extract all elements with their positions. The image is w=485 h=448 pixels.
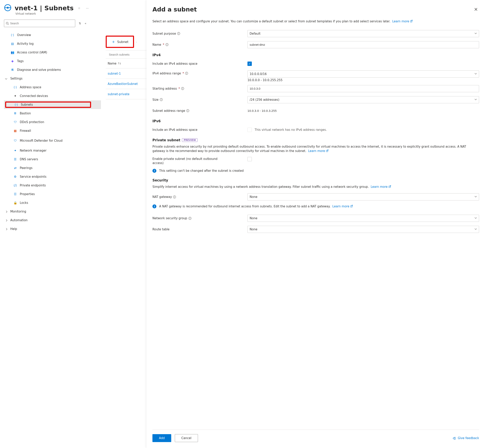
nat-gateway-select[interactable]: None	[247, 193, 479, 200]
bastion-icon: ⛨	[13, 112, 17, 115]
add-button[interactable]: Add	[153, 434, 171, 442]
dns-icon: ☰	[13, 158, 17, 161]
flyout-title: Add a subnet	[153, 6, 473, 13]
info-icon[interactable]	[181, 87, 184, 90]
external-link-icon	[326, 150, 328, 152]
subnet-purpose-select[interactable]: Default	[247, 30, 479, 37]
nav-bastion[interactable]: ⛨Bastion	[4, 109, 101, 118]
ipv6-heading: IPv6	[153, 119, 479, 123]
firewall-icon: ▦	[13, 129, 17, 133]
nav-tags[interactable]: ◆Tags	[4, 57, 101, 65]
subnet-search-input[interactable]	[106, 50, 147, 59]
nav-search-input[interactable]	[4, 20, 75, 27]
nav-activity-log[interactable]: ▤Activity log	[4, 39, 101, 48]
learn-more-link[interactable]: Learn more	[332, 205, 353, 208]
include-ipv4-checkbox[interactable]	[247, 62, 252, 66]
external-link-icon	[350, 205, 353, 208]
learn-more-link[interactable]: Learn more	[308, 149, 328, 153]
nav-firewall[interactable]: ▦Firewall	[4, 127, 101, 135]
enable-private-checkbox[interactable]	[247, 157, 252, 161]
nav-service-endpoints[interactable]: ⚙Service endpoints	[4, 172, 101, 181]
nav-help-group[interactable]: Help	[4, 224, 101, 233]
learn-more-link[interactable]: Learn more	[371, 185, 391, 189]
name-input[interactable]	[247, 41, 479, 48]
chevron-down-icon	[474, 216, 477, 220]
devices-icon: ✦	[13, 94, 17, 98]
nsg-select[interactable]: None	[247, 215, 479, 222]
nav-diagnose[interactable]: 🛠Diagnose and solve problems	[4, 65, 101, 74]
megaphone-icon	[453, 436, 456, 440]
close-button[interactable]: ✕	[473, 6, 479, 13]
column-header-name[interactable]: Name↑↓	[106, 59, 147, 68]
give-feedback-link[interactable]: Give feedback	[453, 436, 479, 440]
chevron-down-icon	[474, 227, 477, 231]
nav-peerings[interactable]: ⇄Peerings	[4, 164, 101, 172]
info-icon: i	[153, 204, 156, 208]
table-row[interactable]: AzureBastionSubnet	[106, 79, 147, 89]
more-button[interactable]: ⋯	[85, 5, 90, 11]
add-subnet-flyout: Add a subnet ✕ Select an address space a…	[146, 0, 485, 448]
service-endpoints-icon: ⚙	[13, 175, 17, 178]
nav-locks[interactable]: 🔒Locks	[4, 199, 101, 207]
peerings-icon: ⇄	[13, 166, 17, 170]
favorite-button[interactable]: ☆	[77, 5, 82, 11]
nav-overview[interactable]: ⟨·⟩Overview	[4, 31, 101, 39]
private-subnet-note: This setting can't be changed after the …	[159, 169, 244, 173]
subnet-range-value: 10.0.3.0 - 10.0.3.255	[247, 109, 277, 112]
nav-connected-devices[interactable]: ✦Connected devices	[4, 92, 101, 100]
ipv4-range-select[interactable]: 10.0.0.0/16	[247, 71, 479, 78]
nav-monitoring-group[interactable]: Monitoring	[4, 207, 101, 216]
info-icon[interactable]	[186, 109, 189, 112]
nav-network-manager[interactable]: ✦Network manager	[4, 146, 101, 155]
info-icon: i	[153, 169, 156, 173]
route-table-select[interactable]: None	[247, 226, 479, 233]
nav-dns-servers[interactable]: ☰DNS servers	[4, 155, 101, 164]
nav-address-space[interactable]: ⟨·⟩Address space	[4, 83, 101, 92]
nav-subnets[interactable]: ⟨·⟩Subnets	[4, 100, 101, 109]
nav-ddos[interactable]: 🛡DDoS protection	[4, 118, 101, 127]
learn-more-link[interactable]: Learn more	[392, 20, 412, 23]
tag-icon: ◆	[10, 59, 15, 63]
security-heading: Security	[153, 178, 479, 182]
private-endpoints-icon: ⟨/⟩	[13, 184, 17, 187]
nsg-label: Network security group	[153, 216, 187, 220]
table-row[interactable]: subnet-1	[106, 68, 147, 79]
chevron-down-icon	[474, 195, 477, 199]
subnet-range-label: Subnet address range	[153, 109, 185, 112]
chevron-down-icon	[474, 72, 477, 76]
info-icon[interactable]	[165, 43, 169, 46]
address-space-icon: ⟨·⟩	[13, 86, 17, 89]
include-ipv6-checkbox	[247, 128, 252, 132]
search-icon	[6, 22, 9, 25]
route-table-label: Route table	[153, 228, 170, 231]
properties-icon: ☲	[13, 192, 17, 196]
page-title: vnet-1 | Subnets	[15, 4, 74, 12]
ipv6-hint: This virtual network has no IPv6 address…	[255, 128, 327, 132]
add-subnet-button[interactable]: ＋ Subnet	[107, 37, 132, 47]
info-icon[interactable]	[185, 72, 188, 75]
cancel-button[interactable]: Cancel	[175, 434, 198, 442]
info-icon[interactable]	[173, 195, 176, 199]
table-row[interactable]: subnet-private	[106, 89, 147, 99]
nav-access-control[interactable]: 👥Access control (IAM)	[4, 48, 101, 57]
ipv4-range-readout: 10.0.0.0 - 10.0.255.255	[247, 78, 479, 82]
chevron-down-icon	[474, 32, 477, 36]
nav-defender[interactable]: 🛡Microsoft Defender for Cloud	[4, 135, 101, 146]
info-icon[interactable]	[160, 98, 163, 101]
starting-address-label: Starting address	[153, 87, 177, 90]
external-link-icon	[410, 20, 412, 23]
nav-private-endpoints[interactable]: ⟨/⟩Private endpoints	[4, 181, 101, 190]
starting-address-input[interactable]	[247, 85, 479, 92]
expand-collapse-button[interactable]: ⇅	[79, 22, 81, 25]
nav-automation-group[interactable]: Automation	[4, 216, 101, 224]
defender-icon: 🛡	[13, 139, 17, 143]
private-subnet-description: Private subnets enhance security by not …	[153, 144, 479, 153]
info-icon[interactable]	[177, 32, 180, 35]
preview-badge: PREVIEW	[182, 138, 198, 142]
size-select[interactable]: /24 (256 addresses)	[247, 96, 479, 103]
collapse-nav-button[interactable]: «	[85, 22, 87, 25]
nav-properties[interactable]: ☲Properties	[4, 190, 101, 199]
chevron-down-icon	[474, 98, 477, 102]
info-icon[interactable]	[188, 217, 191, 220]
nav-settings-group[interactable]: Settings	[4, 74, 101, 83]
